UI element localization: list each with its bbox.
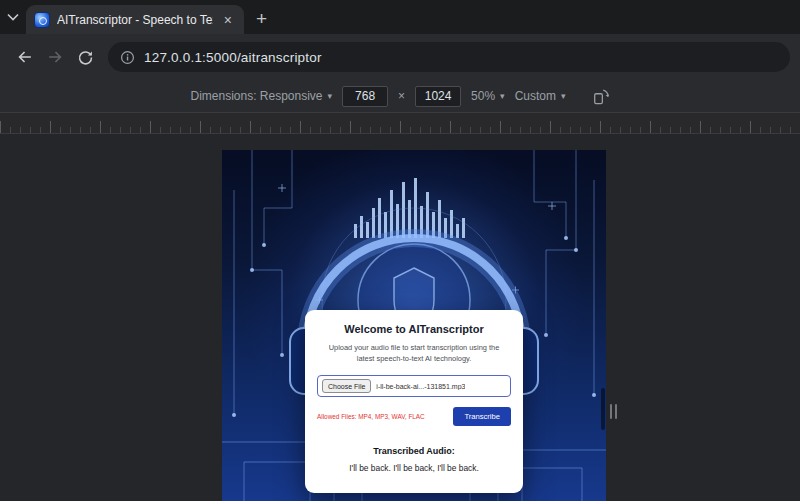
tab-favicon-icon [34, 12, 50, 28]
info-icon [120, 50, 135, 65]
viewport-resize-handle[interactable] [610, 404, 617, 419]
page-scrollbar-thumb[interactable] [601, 388, 605, 430]
devtools-ruler [0, 113, 800, 134]
chevron-down-icon: ▾ [500, 91, 505, 101]
browser-window: AITranscriptor - Speech to Text × + [0, 0, 800, 501]
chevron-down-icon: ▾ [561, 91, 566, 101]
selected-file-name: i-ll-be-back-ai...-131851.mp3 [376, 383, 465, 390]
forward-arrow-icon [46, 48, 64, 66]
dimensions-separator: × [398, 89, 405, 103]
transcriptor-card: Welcome to AITranscriptor Upload your au… [305, 310, 523, 493]
rotate-viewport-button[interactable] [592, 87, 610, 105]
transcribe-button[interactable]: Transcribe [453, 407, 511, 426]
transcribed-audio-heading: Transcribed Audio: [317, 446, 511, 456]
tab-strip: AITranscriptor - Speech to Text × + [0, 0, 800, 34]
throttling-value: Custom [515, 89, 556, 103]
emulated-viewport: Welcome to AITranscriptor Upload your au… [222, 150, 606, 501]
allowed-files-note: Allowed Files: MP4, MP3, WAV, FLAC [317, 413, 425, 421]
address-bar[interactable]: 127.0.0.1:5000/aitranscriptor [108, 42, 790, 72]
new-tab-button[interactable]: + [256, 9, 267, 28]
choose-file-button[interactable]: Choose File [322, 379, 371, 393]
resize-grip-bar [615, 404, 617, 419]
action-row: Allowed Files: MP4, MP3, WAV, FLAC Trans… [317, 407, 511, 426]
viewport-width-input[interactable] [342, 86, 388, 107]
viewport-height-input[interactable] [415, 86, 461, 107]
zoom-value: 50% [471, 89, 495, 103]
tab-title: AITranscriptor - Speech to Text [57, 13, 213, 27]
rotate-device-icon [592, 87, 610, 105]
url-text: 127.0.0.1:5000/aitranscriptor [144, 50, 322, 65]
reload-icon [77, 49, 94, 66]
throttling-dropdown[interactable]: Custom ▾ [515, 89, 566, 103]
browser-tab[interactable]: AITranscriptor - Speech to Text × [26, 5, 244, 34]
devtools-canvas: Welcome to AITranscriptor Upload your au… [0, 134, 800, 501]
navigation-bar: 127.0.0.1:5000/aitranscriptor [0, 34, 800, 80]
chevron-down-icon [7, 13, 19, 21]
dimensions-label: Dimensions: Responsive [190, 89, 322, 103]
file-upload-input[interactable]: Choose File i-ll-be-back-ai...-131851.mp… [317, 375, 511, 397]
resize-grip-bar [610, 404, 612, 419]
card-description: Upload your audio file to start transcri… [320, 342, 508, 364]
forward-button[interactable] [40, 42, 70, 72]
transcribed-audio-text: I'll be back. I'll be back, I'll be back… [317, 463, 511, 475]
chevron-down-icon: ▾ [328, 91, 333, 101]
zoom-dropdown[interactable]: 50% ▾ [471, 89, 505, 103]
back-arrow-icon [16, 48, 34, 66]
reload-button[interactable] [70, 42, 100, 72]
back-button[interactable] [10, 42, 40, 72]
dimensions-dropdown[interactable]: Dimensions: Responsive ▾ [190, 89, 332, 103]
device-toolbar: Dimensions: Responsive ▾ × 50% ▾ Custom … [0, 80, 800, 113]
tab-close-icon[interactable]: × [220, 11, 236, 29]
tab-search-chevron[interactable] [0, 0, 26, 34]
card-title: Welcome to AITranscriptor [317, 323, 511, 335]
